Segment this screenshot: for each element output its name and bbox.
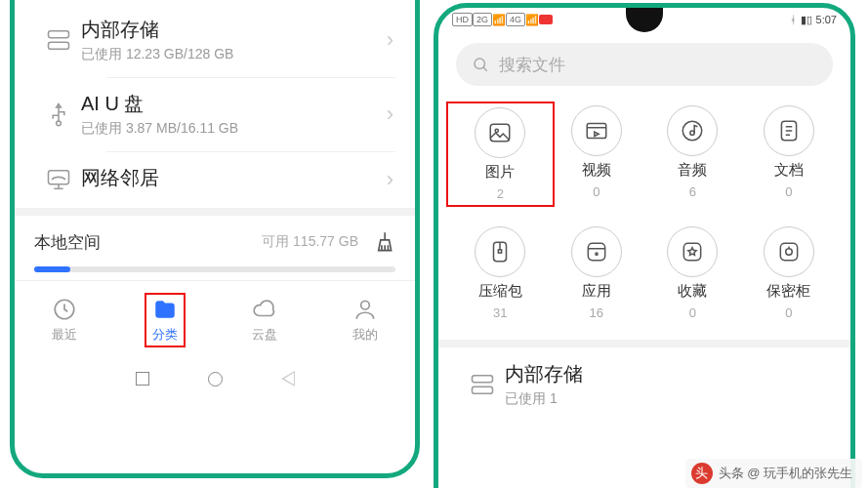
svg-rect-11 [491, 124, 511, 141]
cat-label: 图片 [485, 163, 515, 182]
storage-title: 内部存储 [505, 361, 829, 387]
svg-point-24 [596, 253, 598, 255]
tab-mine[interactable]: 我的 [315, 281, 416, 358]
signal-icon: 📶 [525, 14, 539, 26]
space-progress [34, 266, 395, 272]
cat-count: 16 [590, 305, 603, 320]
svg-point-27 [786, 249, 793, 256]
battery-icon: ▮▯ [801, 14, 812, 26]
signal-icon: 📶 [492, 14, 506, 26]
local-space-section: 本地空间 可用 115.77 GB [15, 208, 415, 280]
tab-category[interactable]: 分类 [115, 281, 216, 358]
storage-sub: 已使用 1 [505, 390, 829, 408]
search-input[interactable]: 搜索文件 [456, 43, 833, 86]
cat-doc[interactable]: 文档 0 [741, 105, 838, 203]
cat-label: 收藏 [678, 282, 707, 301]
cat-label: 压缩包 [478, 282, 522, 301]
cat-count: 0 [785, 184, 792, 199]
cat-count: 6 [689, 184, 696, 199]
category-grid: 图片 2 视频 0 音频 6 文档 0 压缩包 31 应用 16 [438, 98, 850, 340]
cat-app[interactable]: 应用 16 [549, 226, 645, 320]
record-indicator [539, 15, 553, 24]
cat-video[interactable]: 视频 0 [549, 105, 645, 203]
tab-recent[interactable]: 最近 [15, 281, 115, 358]
storage-title: 网络邻居 [81, 165, 387, 191]
watermark: 头 头条 @ 玩手机的张先生 [685, 459, 862, 488]
svg-line-10 [483, 67, 487, 71]
cat-label: 视频 [582, 161, 611, 180]
svg-rect-22 [499, 250, 502, 253]
nav-recents-icon[interactable] [136, 372, 149, 386]
cat-label: 应用 [582, 282, 611, 301]
storage-title: AI U 盘 [81, 91, 387, 117]
svg-rect-26 [780, 243, 797, 260]
cat-audio[interactable]: 音频 6 [644, 105, 741, 203]
usb-icon [36, 101, 81, 128]
bottom-nav: 最近 分类 云盘 我的 [15, 280, 415, 358]
tab-label: 最近 [52, 326, 77, 344]
cat-fav[interactable]: 收藏 0 [644, 226, 741, 320]
cat-label: 保密柜 [766, 282, 810, 301]
cat-count: 2 [497, 186, 504, 201]
android-nav [15, 358, 415, 399]
cat-label: 音频 [678, 161, 707, 180]
tab-cloud[interactable]: 云盘 [215, 281, 315, 358]
space-progress-fill [34, 266, 70, 272]
net-badge-4g: 4G [506, 13, 525, 26]
storage-row-network[interactable]: 网络邻居 › [15, 151, 415, 208]
svg-rect-13 [587, 123, 606, 138]
zip-icon [475, 226, 525, 277]
status-time: 5:07 [816, 14, 837, 25]
cat-safe[interactable]: 保密柜 0 [741, 226, 838, 320]
storage-row-internal[interactable]: 内部存储 已使用 12.23 GB/128 GB › [15, 3, 415, 77]
cat-label: 文档 [774, 161, 804, 180]
svg-point-12 [495, 129, 498, 132]
nav-home-icon[interactable] [208, 372, 223, 386]
hd-badge: HD [452, 13, 473, 26]
cat-image[interactable]: 图片 2 [446, 102, 555, 207]
tab-label: 云盘 [252, 326, 277, 344]
storage-title: 内部存储 [81, 17, 387, 43]
image-icon [475, 107, 525, 158]
svg-rect-30 [473, 386, 493, 393]
cat-count: 0 [689, 305, 696, 320]
chevron-right-icon: › [387, 27, 393, 53]
watermark-icon: 头 [691, 463, 713, 484]
phone-left: 内部存储 已使用 12.23 GB/128 GB › AI U 盘 已使用 3.… [10, 0, 420, 478]
nav-back-icon[interactable] [281, 371, 295, 386]
svg-point-9 [475, 59, 485, 69]
cleanup-icon[interactable] [370, 229, 395, 255]
chevron-right-icon: › [387, 167, 393, 192]
svg-point-4 [57, 121, 62, 126]
cat-count: 0 [785, 305, 792, 320]
fav-icon [667, 226, 718, 277]
svg-point-8 [360, 301, 369, 309]
storage-sub: 已使用 3.87 MB/16.11 GB [81, 120, 387, 138]
storage-row-internal[interactable]: 内部存储 已使用 1 [438, 347, 850, 422]
cat-zip[interactable]: 压缩包 31 [452, 226, 549, 320]
safe-icon [764, 226, 814, 277]
cat-count: 31 [493, 305, 507, 320]
svg-rect-0 [49, 31, 69, 38]
watermark-text: 头条 @ 玩手机的张先生 [719, 465, 852, 482]
search-placeholder: 搜索文件 [499, 54, 565, 76]
search-icon [472, 56, 489, 73]
svg-rect-1 [49, 42, 69, 49]
svg-rect-25 [684, 243, 701, 260]
storage-icon [36, 26, 81, 54]
app-icon [571, 226, 622, 277]
chevron-right-icon: › [387, 102, 393, 127]
storage-icon [460, 371, 505, 398]
net-badge-2g: 2G [473, 13, 492, 26]
bluetooth-icon: ᚼ [790, 14, 797, 25]
svg-rect-29 [473, 376, 493, 383]
doc-icon [764, 105, 814, 156]
svg-rect-23 [588, 243, 604, 260]
storage-row-usb[interactable]: AI U 盘 已使用 3.87 MB/16.11 GB › [15, 77, 415, 151]
network-icon [36, 166, 81, 193]
tab-label: 分类 [152, 326, 178, 344]
audio-icon [667, 105, 718, 156]
tab-label: 我的 [352, 326, 378, 344]
cat-count: 0 [593, 184, 599, 199]
video-icon [571, 105, 622, 156]
